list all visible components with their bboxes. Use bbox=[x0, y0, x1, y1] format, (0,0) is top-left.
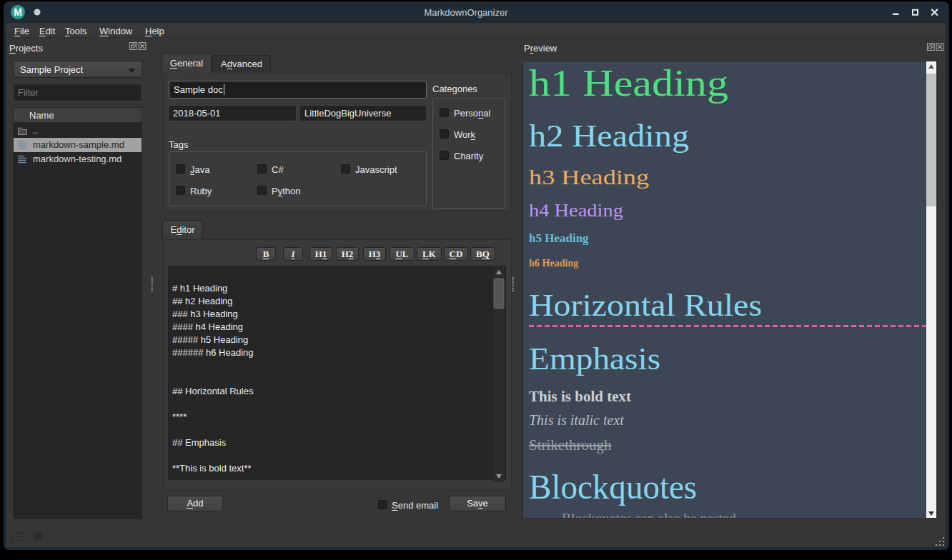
svg-text:M: M bbox=[14, 6, 22, 18]
svg-text:MarkdownOrganizer: MarkdownOrganizer bbox=[424, 7, 508, 18]
